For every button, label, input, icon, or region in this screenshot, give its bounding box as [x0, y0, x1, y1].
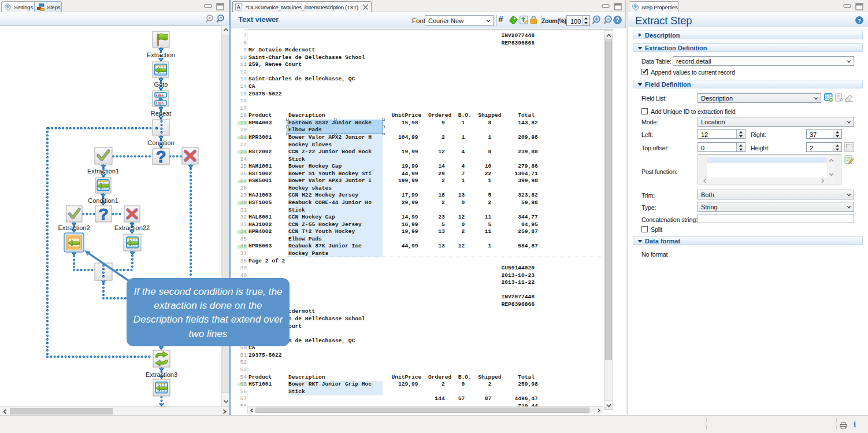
svg-text:Goto: Goto [154, 81, 168, 88]
svg-text:A: A [237, 4, 240, 10]
svg-text:Extraction1: Extraction1 [87, 168, 119, 175]
svg-text:Condition: Condition [147, 139, 174, 146]
svg-text:?: ? [156, 147, 166, 166]
svg-text:Extraction2: Extraction2 [58, 224, 90, 231]
svg-text:Repeat: Repeat [151, 110, 171, 117]
svg-text:?: ? [98, 205, 108, 223]
svg-text:Extraction3: Extraction3 [146, 371, 177, 378]
svg-text:Extraction22: Extraction22 [114, 224, 150, 231]
svg-text:?: ? [858, 17, 861, 24]
svg-text:Extraction: Extraction [147, 51, 175, 58]
svg-text:Condition1: Condition1 [88, 197, 118, 204]
svg-text:?: ? [615, 17, 619, 23]
